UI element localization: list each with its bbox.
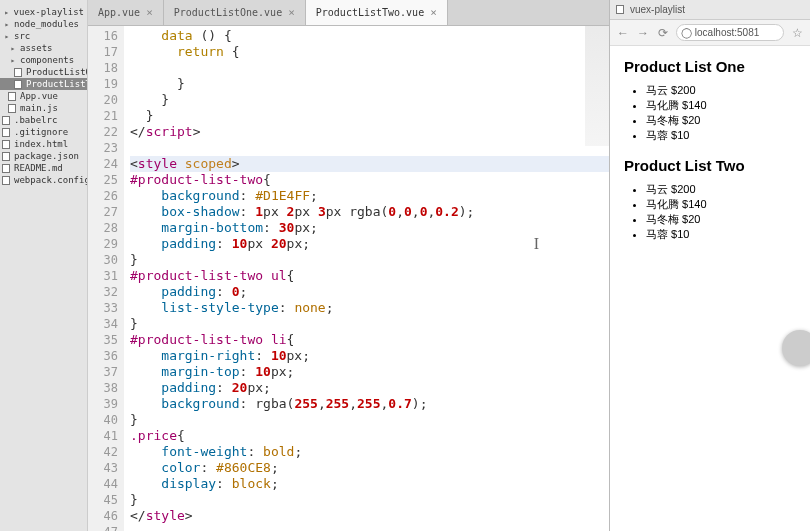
editor-tab[interactable]: ProductListTwo.vue×	[306, 0, 448, 25]
tree-file[interactable]: App.vue	[0, 90, 87, 102]
code-line[interactable]: font-weight: bold;	[130, 444, 609, 460]
code-line[interactable]: }	[130, 76, 609, 92]
code-line[interactable]: }	[130, 92, 609, 108]
line-number: 22	[88, 124, 118, 140]
code-line[interactable]: .price{	[130, 428, 609, 444]
reload-button[interactable]: ⟳	[656, 26, 670, 40]
code-line[interactable]: padding: 0;	[130, 284, 609, 300]
editor-tab[interactable]: App.vue×	[88, 0, 164, 25]
tree-item-label: main.js	[20, 103, 58, 113]
line-gutter: 1617181920212223242526272829303132333435…	[88, 26, 124, 531]
code-line[interactable]: color: #860CE8;	[130, 460, 609, 476]
line-number: 43	[88, 460, 118, 476]
page-icon	[616, 5, 624, 14]
file-icon	[2, 151, 12, 161]
code-line[interactable]: }	[130, 492, 609, 508]
editor-tab[interactable]: ProductListOne.vue×	[164, 0, 306, 25]
code-line[interactable]	[130, 140, 609, 156]
tree-folder[interactable]: ▸vuex-playlist	[0, 6, 87, 18]
code-line[interactable]: #product-list-two{	[130, 172, 609, 188]
back-button[interactable]: ←	[616, 26, 630, 40]
text-cursor-icon: I	[534, 236, 539, 252]
code-line[interactable]	[130, 60, 609, 76]
tree-file[interactable]: package.json	[0, 150, 87, 162]
tree-item-label: .babelrc	[14, 115, 57, 125]
tree-item-label: README.md	[14, 163, 63, 173]
browser-tab-title[interactable]: vuex-playlist	[630, 4, 685, 15]
code-line[interactable]: padding: 20px;	[130, 380, 609, 396]
list-item: 马云 $200	[646, 182, 796, 197]
code-line[interactable]: data () {	[130, 28, 609, 44]
line-number: 36	[88, 348, 118, 364]
browser-tab-bar: vuex-playlist	[610, 0, 810, 20]
tree-folder[interactable]: ▸node_modules	[0, 18, 87, 30]
product-list: 马云 $200马化腾 $140马冬梅 $20马蓉 $10	[624, 83, 796, 143]
line-number: 47	[88, 524, 118, 531]
code-area[interactable]: 1617181920212223242526272829303132333435…	[88, 26, 609, 531]
tree-file[interactable]: .babelrc	[0, 114, 87, 126]
line-number: 26	[88, 188, 118, 204]
url-bar[interactable]: ◯ localhost:5081	[676, 24, 784, 41]
code-line[interactable]: #product-list-two li{	[130, 332, 609, 348]
file-icon	[14, 79, 24, 89]
code-line[interactable]: list-style-type: none;	[130, 300, 609, 316]
close-icon[interactable]: ×	[146, 6, 153, 19]
folder-icon: ▸	[8, 43, 18, 53]
line-number: 44	[88, 476, 118, 492]
close-icon[interactable]: ×	[288, 6, 295, 19]
code-line[interactable]	[130, 524, 609, 531]
line-number: 40	[88, 412, 118, 428]
browser-pane: vuex-playlist ← → ⟳ ◯ localhost:5081 ☆ P…	[610, 0, 810, 531]
line-number: 18	[88, 60, 118, 76]
bookmark-icon[interactable]: ☆	[790, 26, 804, 40]
file-explorer: ▸vuex-playlist▸node_modules▸src▸assets▸c…	[0, 0, 88, 531]
tree-item-label: package.json	[14, 151, 79, 161]
code-line[interactable]: }	[130, 412, 609, 428]
code-line[interactable]: </script>	[130, 124, 609, 140]
code-line[interactable]: margin-bottom: 30px;	[130, 220, 609, 236]
line-number: 34	[88, 316, 118, 332]
code-content[interactable]: data () { return { } } }</script><style …	[124, 26, 609, 531]
code-line[interactable]: </style>	[130, 508, 609, 524]
tree-file[interactable]: webpack.config.js	[0, 174, 87, 186]
tree-folder[interactable]: ▸components	[0, 54, 87, 66]
code-line[interactable]: }	[130, 316, 609, 332]
line-number: 23	[88, 140, 118, 156]
code-line[interactable]: background: #D1E4FF;	[130, 188, 609, 204]
tree-folder[interactable]: ▸assets	[0, 42, 87, 54]
forward-button[interactable]: →	[636, 26, 650, 40]
code-line[interactable]: margin-right: 10px;	[130, 348, 609, 364]
code-line[interactable]: background: rgba(255,255,255,0.7);	[130, 396, 609, 412]
minimap[interactable]	[585, 26, 609, 146]
line-number: 46	[88, 508, 118, 524]
tree-file[interactable]: .gitignore	[0, 126, 87, 138]
tree-file[interactable]: main.js	[0, 102, 87, 114]
file-icon	[2, 175, 12, 185]
tree-item-label: ProductListOne.vue	[26, 67, 88, 77]
browser-viewport: Product List One马云 $200马化腾 $140马冬梅 $20马蓉…	[610, 46, 810, 531]
tree-folder[interactable]: ▸src	[0, 30, 87, 42]
code-line[interactable]: margin-top: 10px;	[130, 364, 609, 380]
line-number: 21	[88, 108, 118, 124]
tree-file[interactable]: ProductListOne.vue	[0, 66, 87, 78]
file-icon	[2, 163, 12, 173]
line-number: 31	[88, 268, 118, 284]
line-number: 39	[88, 396, 118, 412]
code-line[interactable]: display: block;	[130, 476, 609, 492]
tree-file[interactable]: index.html	[0, 138, 87, 150]
code-line[interactable]: return {	[130, 44, 609, 60]
line-number: 25	[88, 172, 118, 188]
close-icon[interactable]: ×	[430, 6, 437, 19]
list-item: 马蓉 $10	[646, 227, 796, 242]
product-list: 马云 $200马化腾 $140马冬梅 $20马蓉 $10	[624, 182, 796, 242]
folder-icon: ▸	[2, 7, 12, 17]
code-line[interactable]: }	[130, 252, 609, 268]
tree-file[interactable]: ProductListTwo.vue	[0, 78, 87, 90]
code-line[interactable]: box-shadow: 1px 2px 3px rgba(0,0,0,0.2);	[130, 204, 609, 220]
code-line[interactable]: <style scoped>	[130, 156, 609, 172]
floating-action-button[interactable]	[782, 330, 810, 366]
code-line[interactable]: #product-list-two ul{	[130, 268, 609, 284]
code-line[interactable]: }	[130, 108, 609, 124]
tree-file[interactable]: README.md	[0, 162, 87, 174]
tree-item-label: index.html	[14, 139, 68, 149]
